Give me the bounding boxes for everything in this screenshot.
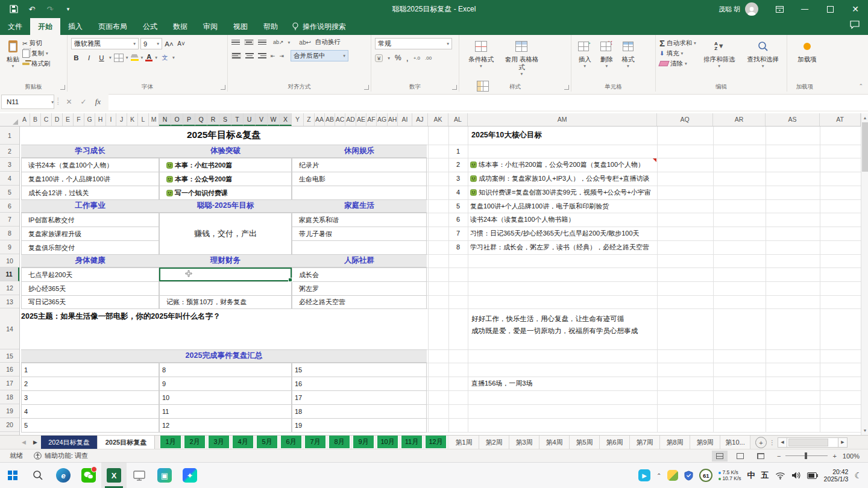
column-header-M[interactable]: M [149, 113, 159, 126]
column-header-D[interactable]: D [52, 113, 63, 126]
summary-cell[interactable]: 11 [159, 404, 292, 419]
goal-cell[interactable]: 读书24本（复盘100个人物） [21, 158, 159, 172]
column-header-AG[interactable]: AG [377, 113, 388, 126]
find-select-button[interactable]: 查找和选择▾ [743, 38, 784, 70]
sheet-tab-8月[interactable]: 8月 [329, 436, 350, 449]
selected-cell-N11[interactable] [159, 267, 292, 281]
sheet-tab-第8周[interactable]: 第8周 [660, 436, 690, 449]
column-header-Q[interactable]: Q [195, 113, 207, 126]
category-header[interactable]: 理财财务 [159, 254, 292, 267]
menu-tab-帮助[interactable]: 帮助 [256, 18, 286, 35]
italic-button[interactable]: I [84, 52, 94, 63]
menu-tab-视图[interactable]: 视图 [225, 18, 256, 35]
borders-icon[interactable] [114, 54, 124, 62]
sheet-tab-12月[interactable]: 12月 [425, 436, 447, 449]
edge-icon[interactable]: e [51, 463, 76, 488]
volume-icon[interactable] [791, 471, 801, 480]
confirm-entry-icon[interactable]: ✓ [76, 98, 90, 106]
accounting-format-icon[interactable]: ¥ [375, 54, 383, 62]
goal-cell[interactable]: 必经之路天空营 [292, 295, 427, 309]
column-header-AT[interactable]: AT [820, 113, 861, 126]
goal-cell[interactable] [292, 240, 427, 255]
column-header-U[interactable]: U [244, 113, 256, 126]
tab-overflow-icon[interactable]: ⋮ [769, 436, 775, 449]
number-dialog-launcher[interactable] [452, 85, 457, 90]
column-header-AD[interactable]: AD [345, 113, 356, 126]
row-header-10[interactable]: 10 [0, 254, 19, 267]
row-header-8[interactable]: 8 [0, 227, 19, 240]
column-header-AA[interactable]: AA [315, 113, 325, 126]
tray-ime-app-icon[interactable] [667, 470, 678, 481]
column-header-X[interactable]: X [280, 113, 292, 126]
column-header-AI[interactable]: AI [398, 113, 412, 126]
column-header-H[interactable]: H [95, 113, 106, 126]
clear-button[interactable]: 清除▾ [659, 58, 696, 69]
merged-goal-cell[interactable]: 赚钱，交付，产出 [159, 213, 292, 255]
sheet-tab-6月[interactable]: 6月 [280, 436, 302, 449]
copy-button[interactable]: 复制▾ [22, 48, 51, 58]
row-header-9[interactable]: 9 [0, 240, 19, 254]
phonetic-guide-icon[interactable]: 文 [160, 52, 170, 63]
autosum-button[interactable]: Σ自动求和▾ [659, 38, 696, 48]
summary-cell[interactable]: 3 [21, 390, 159, 405]
column-header-AJ[interactable]: AJ [412, 113, 428, 126]
core-goal-text[interactable]: 知识付费课=复盘创富30讲卖99元，视频号+公众号+小宇宙 [470, 186, 655, 199]
column-header-AS[interactable]: AS [766, 113, 820, 126]
zoom-level[interactable]: 100% [843, 452, 860, 460]
column-header-AM[interactable]: AM [468, 113, 657, 126]
new-sheet-button[interactable]: + [755, 437, 767, 448]
category-header[interactable]: 人际社群 [292, 254, 427, 267]
net-speed-indicator[interactable]: 7.5 K/s 10.7 K/s [719, 469, 741, 481]
sort-filter-button[interactable]: AZ▼ 排序和筛选▾ [699, 38, 740, 70]
summary-cell[interactable]: 8 [159, 363, 292, 377]
row-header-14[interactable]: 14 [0, 308, 19, 349]
goal-cell[interactable]: 复盘家族课程升级 [21, 227, 159, 241]
font-dialog-launcher[interactable] [221, 85, 225, 90]
vscroll-up-icon[interactable]: ▲ [861, 114, 868, 122]
minimize-button[interactable]: — [792, 0, 817, 18]
night-mode-moon-icon[interactable]: ☾ [854, 471, 862, 480]
menu-tab-文件[interactable]: 文件 [0, 18, 30, 35]
row-header-4[interactable]: 4 [0, 172, 19, 186]
merge-center-button[interactable]: 合并后居中▾ [291, 50, 348, 61]
zoom-out-icon[interactable]: − [777, 452, 781, 460]
orientation-icon[interactable]: ab↗ [273, 39, 284, 45]
cut-button[interactable]: ✂剪切 [22, 38, 51, 48]
goal-cell[interactable]: 抄心经365天 [21, 281, 159, 296]
format-painter-button[interactable]: 格式刷 [22, 58, 51, 69]
category-header[interactable]: 休闲娱乐 [292, 145, 427, 158]
horizontal-scrollbar[interactable]: ◀ ▶ [778, 436, 848, 449]
row-header-15[interactable]: 15 [0, 349, 19, 363]
vscroll-thumb[interactable] [862, 122, 868, 172]
row-header-17[interactable]: 17 [0, 377, 19, 390]
sheet-tab-5月[interactable]: 5月 [256, 436, 278, 449]
battery-meter-icon[interactable]: 61 [699, 469, 712, 482]
category-header[interactable]: 聪聪-2025年目标 [159, 199, 292, 213]
align-top-icon[interactable] [231, 40, 240, 45]
column-header-AR[interactable]: AR [713, 113, 766, 126]
fill-button[interactable]: ⬇填充▾ [659, 48, 696, 58]
goal-cell[interactable]: 复盘俱乐部交付 [21, 240, 159, 255]
column-header-P[interactable]: P [183, 113, 195, 126]
account-name[interactable]: 茂聪 胡 [719, 5, 740, 14]
category-header[interactable]: 工作事业 [21, 199, 159, 213]
core-goal-text[interactable]: 习惯：日记365天/抄心经365天/七点早起200天/散步100天 [470, 227, 655, 240]
sheet-tab-9月[interactable]: 9月 [353, 436, 374, 449]
goal-cell[interactable]: 粥左罗 [292, 281, 427, 296]
menu-tab-开始[interactable]: 开始 [30, 18, 60, 35]
summary-cell[interactable]: 5 [21, 418, 159, 433]
row-header-20[interactable]: 20 [0, 418, 19, 432]
summary-cell[interactable]: 2 [21, 377, 159, 391]
column-header-N[interactable]: N [159, 113, 171, 126]
summary-cell[interactable]: 9 [159, 377, 292, 391]
row-header-7[interactable]: 7 [0, 213, 19, 227]
row-header-19[interactable]: 19 [0, 404, 19, 418]
summary-cell[interactable]: 10 [159, 390, 292, 405]
column-header-F[interactable]: F [74, 113, 84, 126]
summary-cell[interactable]: 18 [292, 404, 427, 419]
zoom-slider[interactable] [785, 455, 828, 456]
number-format-select[interactable]: 常规▾ [375, 38, 452, 49]
core-goal-text[interactable]: 学习社群：成长会，粥左罗，读书（经典），必经之路天空营 [470, 240, 655, 254]
sheet-tab-第2周[interactable]: 第2周 [479, 436, 509, 449]
sheet-tab-3月[interactable]: 3月 [208, 436, 230, 449]
